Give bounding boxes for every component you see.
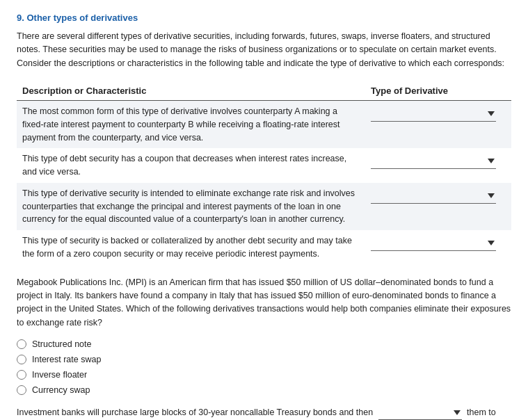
col1-header: Description or Characteristic (17, 81, 365, 101)
scenario-text: Megabook Publications Inc. (MPI) is an A… (17, 276, 511, 330)
table-row-dropdown-cell-2[interactable]: Interest rate swapCurrency swapInverse f… (365, 183, 511, 230)
radio-label-0: Structured note (32, 339, 91, 349)
table-row-desc-2: This type of derivative security is inte… (17, 183, 365, 230)
bottom-dropdown-select[interactable]: strippackagebundlecollateralizesecuritiz… (378, 406, 462, 420)
table-row-desc-1: This type of debt security has a coupon … (17, 148, 365, 183)
radio-item-2[interactable]: Inverse floater (17, 370, 511, 380)
intro-text: There are several different types of der… (17, 30, 511, 70)
radio-item-1[interactable]: Interest rate swap (17, 355, 511, 364)
table-row-desc-3: This type of security is backed or colla… (17, 230, 365, 265)
radio-label-3: Currency swap (32, 385, 90, 395)
table-row-dropdown-0[interactable]: Interest rate swapCurrency swapInverse f… (371, 106, 496, 122)
bottom-inline-dropdown[interactable]: strippackagebundlecollateralizesecuritiz… (378, 406, 462, 420)
table-row-dropdown-2[interactable]: Interest rate swapCurrency swapInverse f… (371, 188, 496, 204)
section-title: 9. Other types of derivatives (17, 13, 511, 23)
table-row-dropdown-3[interactable]: Interest rate swapCurrency swapInverse f… (371, 236, 496, 251)
bottom-text-before: Investment banks will purchase large blo… (17, 407, 373, 417)
radio-item-3[interactable]: Currency swap (17, 385, 511, 395)
table-row-dropdown-cell-1[interactable]: Interest rate swapCurrency swapInverse f… (365, 148, 511, 183)
radio-group: Structured noteInterest rate swapInverse… (17, 339, 511, 395)
radio-item-0[interactable]: Structured note (17, 339, 511, 349)
radio-input-1[interactable] (17, 355, 26, 364)
radio-label-2: Inverse floater (32, 370, 87, 380)
col2-header: Type of Derivative (365, 81, 511, 101)
radio-label-1: Interest rate swap (32, 355, 101, 364)
radio-input-3[interactable] (17, 385, 26, 395)
table-row-desc-0: The most common form of this type of der… (17, 101, 365, 149)
radio-input-2[interactable] (17, 370, 26, 380)
derivatives-table: Description or Characteristic Type of De… (17, 81, 511, 265)
bottom-text-container: Investment banks will purchase large blo… (17, 406, 511, 420)
radio-input-0[interactable] (17, 339, 26, 349)
table-row-dropdown-cell-0[interactable]: Interest rate swapCurrency swapInverse f… (365, 101, 511, 149)
table-row-dropdown-1[interactable]: Interest rate swapCurrency swapInverse f… (371, 154, 496, 169)
table-row-dropdown-cell-3[interactable]: Interest rate swapCurrency swapInverse f… (365, 230, 511, 265)
